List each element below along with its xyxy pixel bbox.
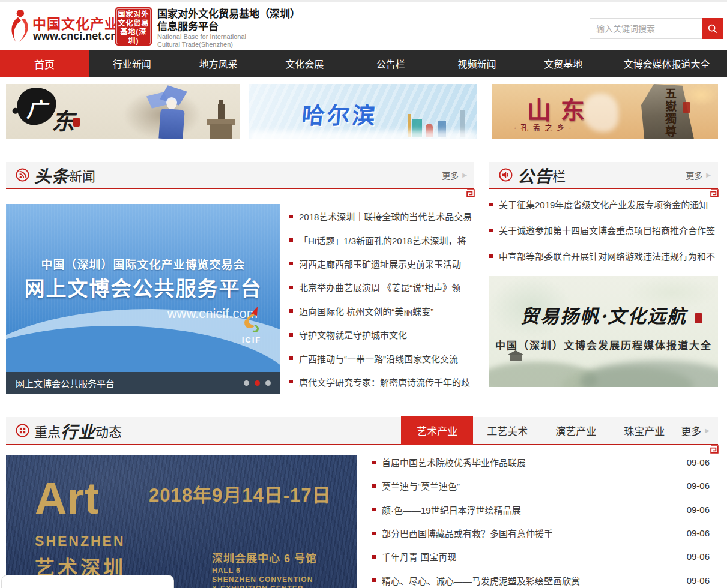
news-title: 2018艺术深圳｜联接全球的当代艺术品交易 (299, 210, 472, 223)
news-date: 09-06 (687, 551, 710, 562)
news-date: 09-06 (687, 505, 710, 515)
notice-item[interactable]: 关于征集2019年度省级文化产业发展专项资金的通知 (489, 191, 718, 217)
banner-subtitle: ·孔孟之乡· (514, 121, 576, 133)
news-item[interactable]: 部分巴西国博藏品或有救？多国有意伸援手09-06 (372, 521, 710, 545)
nav-item-home[interactable]: 首页 (0, 50, 89, 77)
banner-calligraphy: 贸易扬帆·文化远航 (489, 301, 718, 328)
news-item[interactable]: 北京举办曲艺展演周 《姜昆“说”相声》领 (289, 275, 474, 299)
bullet (489, 254, 493, 258)
corner-ornament (710, 445, 719, 454)
news-item[interactable]: 莫兰迪与“莫兰迪色”09-06 (372, 474, 710, 497)
bullet (372, 532, 376, 535)
statue-decor (210, 124, 232, 139)
headline-more-link[interactable]: 更多 ▶ (442, 169, 474, 181)
industry-more-link[interactable]: 更多 ▶ (681, 416, 718, 445)
section-title: 栏 (552, 166, 566, 185)
news-date: 09-06 (687, 457, 710, 467)
search-box (590, 18, 723, 39)
bullet (372, 461, 376, 464)
news-item[interactable]: 2018艺术深圳｜联接全球的当代艺术品交易 (289, 205, 474, 228)
industry-news-list: 首届中国艺术院校优秀毕业作品联展09-06 莫兰迪与“莫兰迪色”09-06 颜·… (372, 451, 710, 588)
site-logo-icon (7, 8, 30, 45)
bullet (489, 229, 493, 232)
region-banner-shandong[interactable]: 五嶽獨尊 山东 ·孔孟之乡· (492, 84, 718, 139)
news-title: 唐代文学研究专家：解密唐诗流传千年的歧 (299, 376, 470, 388)
news-item[interactable]: 千年丹青 国宝再现09-06 (372, 545, 710, 568)
statue-decor (218, 104, 225, 119)
news-item[interactable]: 「Hi话题」1/3新面孔的2018艺术深圳，将 (289, 228, 474, 251)
bullet (289, 238, 293, 242)
news-item[interactable]: 广西推动与“一带一路”沿线国家文化交流 (289, 346, 474, 370)
nav-item-media-reports[interactable]: 文博会媒体报道大全 (606, 50, 727, 77)
headline-carousel: 中国（深圳）国际文化产业博览交易会 网上文博会公共服务平台 www.cnicif… (6, 204, 280, 394)
bullet (289, 262, 293, 265)
carousel-slide[interactable]: 中国（深圳）国际文化产业博览交易会 网上文博会公共服务平台 www.cnicif… (6, 204, 280, 372)
news-title: 「Hi话题」1/3新面孔的2018艺术深圳，将 (299, 234, 466, 247)
news-item[interactable]: 唐代文学研究专家：解密唐诗流传千年的歧 (289, 370, 474, 394)
nav-item-local[interactable]: 地方风采 (175, 50, 262, 77)
tab-jewelry[interactable]: 珠宝产业 (610, 416, 678, 445)
news-title: 颜·色——19世纪日本浮世绘精品展 (382, 503, 521, 516)
headline-news-list: 2018艺术深圳｜联接全球的当代艺术品交易 「Hi话题」1/3新面孔的2018艺… (289, 205, 474, 394)
notice-item[interactable]: 中宣部等部委联合开展针对网络游戏违法违规行为和不 (489, 243, 718, 269)
news-title: 千年丹青 国宝再现 (382, 550, 456, 563)
headline-section-header: 头条 新闻 更多 ▶ (6, 162, 474, 189)
carousel-dot[interactable] (265, 380, 271, 386)
news-item[interactable]: 迈向国际化 杭州文创的“美丽蝶变” (289, 299, 474, 323)
news-title: 广西推动与“一带一路”沿线国家文化交流 (299, 352, 458, 365)
notice-title: 关于诚邀参加第十四届文博会重点项目招商推介合作签 (499, 224, 715, 236)
seal-line: 基地(深圳) (115, 28, 152, 45)
floating-widget[interactable] (1, 575, 174, 588)
carousel-dot[interactable] (244, 380, 249, 386)
house-decor (510, 355, 522, 361)
art-venue-en: HALL 6 SHENZHEN CONVENTION & EXHIBITION … (212, 566, 313, 588)
search-input[interactable] (590, 18, 702, 39)
region-banner-harbin[interactable]: 哈尔滨 (249, 84, 477, 139)
statue-decor (219, 100, 223, 104)
bullet (372, 508, 376, 511)
news-title: 莫兰迪与“莫兰迪色” (382, 479, 460, 492)
nav-item-exhibition[interactable]: 文化会展 (261, 50, 348, 77)
bullet (289, 215, 293, 218)
news-title: 北京举办曲艺展演周 《姜昆“说”相声》领 (299, 281, 460, 293)
art-shenzhen-banner[interactable]: Art SHENZHEN 艺术深圳 2018年9月14日-17日 深圳会展中心 … (6, 455, 357, 588)
section-title: 动态 (95, 421, 122, 440)
news-item[interactable]: 首届中国艺术院校优秀毕业作品联展09-06 (372, 451, 710, 474)
notice-more-link[interactable]: 更多 ▶ (686, 169, 718, 181)
tab-performing-arts[interactable]: 演艺产业 (541, 416, 610, 445)
news-item[interactable]: 颜·色——19世纪日本浮世绘精品展09-06 (372, 498, 710, 521)
chevron-right-icon: ▶ (705, 427, 710, 434)
notice-item[interactable]: 关于诚邀参加第十四届文博会重点项目招商推介合作签 (489, 217, 718, 243)
news-title: 精心、尽心、诚心——马发虎泥塑及彩绘壁画欣赏 (382, 574, 580, 587)
nav-item-notice[interactable]: 公告栏 (348, 50, 434, 77)
art-venue-en-line: SHENZHEN CONVENTION (212, 575, 313, 584)
carousel-dot-active[interactable] (255, 380, 260, 386)
banner-title-char: 东 (52, 103, 74, 136)
stone-seal-decor (683, 102, 690, 113)
banner-title-char: 广 (26, 94, 47, 123)
org-title-en: National Base for International (157, 33, 300, 41)
chevron-right-icon: ▶ (462, 172, 467, 178)
news-item[interactable]: 精心、尽心、诚心——马发虎泥塑及彩绘壁画欣赏09-06 (372, 568, 710, 588)
speaker-icon (499, 168, 513, 182)
art-venue-en-line: HALL 6 (212, 566, 313, 575)
nav-item-trade-base[interactable]: 文贸基地 (520, 50, 606, 77)
news-title: 首届中国艺术院校优秀毕业作品联展 (382, 456, 526, 469)
nav-item-industry-news[interactable]: 行业新闻 (89, 50, 175, 77)
art-logo-en: SHENZHEN (35, 533, 125, 550)
more-label: 更多 (681, 423, 701, 438)
news-item[interactable]: 河西走廊西部玉矿遗址展示史前采玉活动 (289, 252, 474, 275)
section-title-strong: 行业 (61, 419, 95, 443)
news-title: 河西走廊西部玉矿遗址展示史前采玉活动 (299, 257, 461, 270)
chevron-right-icon: ▶ (706, 172, 711, 178)
org-title-zh: 信息服务平台 (157, 20, 300, 33)
nav-item-video[interactable]: 视频新闻 (434, 50, 520, 77)
org-title-zh: 国家对外文化贸易基地（深圳） (157, 8, 300, 20)
tab-arts-crafts[interactable]: 工艺美术 (473, 416, 541, 445)
trade-sail-banner[interactable]: 贸易扬帆·文化远航 中国（深圳）文博会发展历程媒体报道大全 (489, 276, 718, 387)
region-banner-guangdong[interactable]: 广 东 (6, 84, 240, 139)
search-button[interactable] (702, 18, 723, 39)
news-item[interactable]: 守护文物就是守护城市文化 (289, 323, 474, 346)
slide-title-line2: 网上文博会公共服务平台 (6, 272, 280, 302)
tab-art-industry[interactable]: 艺术产业 (401, 416, 473, 445)
